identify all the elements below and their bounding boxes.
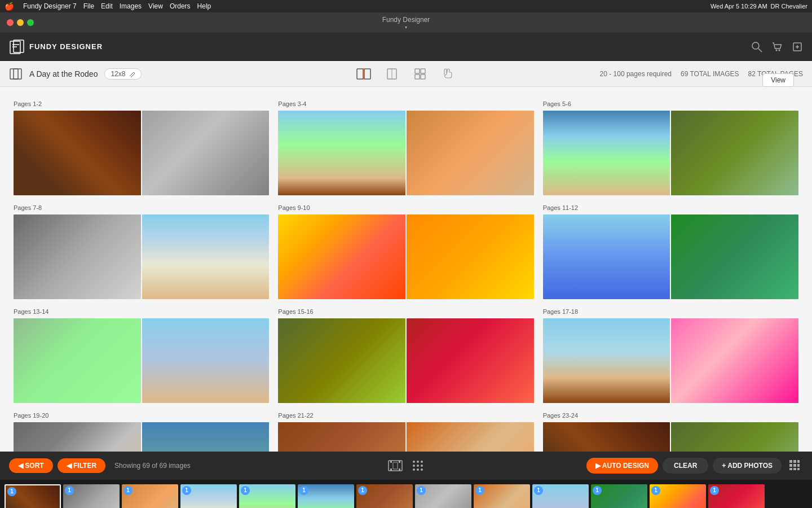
spread-images: [278, 318, 533, 403]
spread-photo-1[interactable]: [543, 422, 670, 452]
menu-images[interactable]: Images: [120, 2, 142, 10]
spread-photo-1[interactable]: [14, 214, 141, 299]
edit-icon[interactable]: [129, 71, 135, 77]
spread-photo-2[interactable]: [142, 214, 270, 299]
size-badge[interactable]: 12x8: [104, 68, 142, 80]
view-button[interactable]: View: [762, 73, 794, 87]
spread-item[interactable]: Pages 5-6: [539, 96, 803, 200]
bottom-toolbar: ◀ SORT ◀ FILTER Showing 69 of 69 images …: [0, 452, 812, 480]
cart-icon[interactable]: [771, 41, 783, 52]
strip-photo[interactable]: 1★★★★★♡: [63, 484, 120, 509]
spread-images: [543, 422, 798, 452]
showing-text: Showing 69 of 69 images: [114, 462, 191, 470]
spread-photo-1[interactable]: [543, 111, 670, 195]
auto-design-button[interactable]: ▶ AUTO DESIGN: [586, 458, 658, 474]
spread-photo-2[interactable]: [407, 111, 534, 195]
window-controls[interactable]: [7, 19, 34, 26]
spread-item[interactable]: Pages 15-16: [273, 304, 538, 408]
strip-badge: 1: [534, 486, 543, 495]
minimize-button[interactable]: [17, 19, 24, 26]
close-button[interactable]: [7, 19, 14, 26]
hand-tool-button[interactable]: [440, 65, 457, 82]
menu-help[interactable]: Help: [197, 2, 211, 10]
menu-file[interactable]: File: [83, 2, 94, 10]
spread-label: Pages 17-18: [543, 308, 798, 315]
spread-item[interactable]: Pages 19-20: [9, 408, 273, 452]
spread-photo-1[interactable]: [543, 214, 670, 299]
spread-label: Pages 13-14: [14, 308, 269, 315]
strip-photo[interactable]: 1★★★★★♡: [415, 484, 471, 509]
spread-photo-2[interactable]: [142, 422, 270, 452]
total-images: 69 TOTAL IMAGES: [681, 70, 739, 78]
spread-photo-2[interactable]: [142, 111, 270, 195]
spread-photo-2[interactable]: [142, 318, 270, 403]
spread-photo-2[interactable]: [671, 111, 798, 195]
spread-item[interactable]: Pages 9-10: [273, 200, 538, 304]
strip-photo[interactable]: 1★★★★★♡: [474, 484, 530, 509]
strip-photo[interactable]: 1★★★★★♡: [239, 484, 295, 509]
spread-photo-1[interactable]: [14, 111, 141, 195]
spread-label: Pages 21-22: [278, 412, 533, 419]
strip-badge: 1: [182, 486, 191, 495]
filter-button[interactable]: ◀ FILTER: [58, 458, 105, 473]
menu-view[interactable]: View: [148, 2, 163, 10]
strip-photo[interactable]: 1★★★★★♡: [122, 484, 178, 509]
sort-button[interactable]: ◀ SORT: [9, 458, 53, 473]
strip-photo[interactable]: 1★★★★★♡: [356, 484, 413, 509]
spread-photo-1[interactable]: [278, 422, 405, 452]
strip-photo[interactable]: 1★★★★★♡: [180, 484, 237, 509]
spread-photo-2[interactable]: [671, 214, 798, 299]
spread-photo-1[interactable]: [278, 318, 405, 403]
clear-button[interactable]: CLEAR: [663, 458, 708, 474]
apple-menu[interactable]: 🍎: [5, 2, 14, 11]
spread-photo-2[interactable]: [407, 422, 534, 452]
svg-rect-0: [10, 41, 20, 54]
spread-item[interactable]: Pages 23-24: [539, 408, 803, 452]
strip-photo[interactable]: 1★★★★★♡: [5, 484, 61, 509]
spread-images: [14, 214, 269, 299]
grid-toggle-button[interactable]: [786, 457, 803, 475]
dots-grid-icon[interactable]: [412, 459, 424, 472]
spread-photo-2[interactable]: [407, 214, 534, 299]
spread-photo-1[interactable]: [14, 318, 141, 403]
spread-item[interactable]: Pages 17-18: [539, 304, 803, 408]
add-photos-button[interactable]: + ADD PHOTOS: [713, 458, 782, 474]
spread-photo-1[interactable]: [543, 318, 670, 403]
grid-view-button[interactable]: [412, 65, 429, 82]
strip-photo[interactable]: 1★★★★★♡: [298, 484, 354, 509]
strip-photo[interactable]: 1★★★★★♡: [532, 484, 589, 509]
menu-app[interactable]: Fundy Designer 7: [23, 2, 77, 10]
export-icon[interactable]: [792, 41, 803, 52]
svg-rect-16: [415, 75, 420, 79]
spread-item[interactable]: Pages 1-2: [9, 96, 273, 200]
spread-photo-2[interactable]: [671, 318, 798, 403]
single-view-button[interactable]: [383, 65, 400, 82]
spread-item[interactable]: Pages 7-8: [9, 200, 273, 304]
spread-photo-1[interactable]: [14, 422, 141, 452]
spread-photo-2[interactable]: [671, 422, 798, 452]
strip-photo[interactable]: 1★★★★★♡: [708, 484, 765, 509]
menu-orders[interactable]: Orders: [170, 2, 191, 10]
menubar-user: DR Chevalier: [771, 3, 807, 10]
book-view-button[interactable]: [355, 65, 372, 82]
svg-point-31: [417, 468, 419, 471]
spreads-grid: Pages 1-2Pages 3-4Pages 5-6Pages 7-8Page…: [0, 87, 812, 452]
strip-photo[interactable]: 1★★★★★♡: [650, 484, 706, 509]
spread-item[interactable]: Pages 21-22: [273, 408, 538, 452]
strip-photo[interactable]: 1★★★★★♡: [591, 484, 647, 509]
spread-photo-1[interactable]: [278, 111, 405, 195]
spread-item[interactable]: Pages 13-14: [9, 304, 273, 408]
maximize-button[interactable]: [27, 19, 34, 26]
menu-edit[interactable]: Edit: [101, 2, 113, 10]
spread-photo-1[interactable]: [278, 214, 405, 299]
spread-images: [278, 111, 533, 195]
spread-item[interactable]: Pages 11-12: [539, 200, 803, 304]
titlebar: Fundy Designer ▾: [0, 12, 812, 33]
search-icon[interactable]: [751, 41, 762, 52]
filmstrip-icon[interactable]: [388, 459, 403, 472]
spread-item[interactable]: Pages 3-4: [273, 96, 538, 200]
spread-images: [278, 214, 533, 299]
spread-photo-2[interactable]: [407, 318, 534, 403]
svg-point-26: [421, 461, 423, 463]
size-label: 12x8: [111, 70, 125, 78]
